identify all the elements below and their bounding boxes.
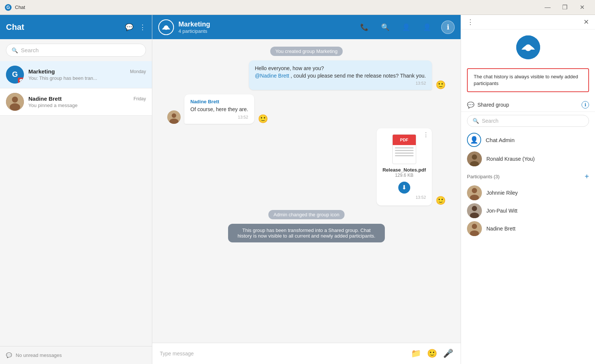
panel-member-nadine-panel: Nadine Brett bbox=[461, 220, 595, 238]
chat-item-content: Marketing Monday You: This group has bee… bbox=[28, 68, 146, 81]
svg-point-11 bbox=[172, 113, 176, 118]
message-bubble-outgoing: Hello everyone, how are you? @Nadine Bre… bbox=[249, 60, 432, 90]
message-input[interactable]: Type message bbox=[160, 348, 406, 360]
add-participant-button[interactable]: + bbox=[585, 172, 589, 181]
minimize-button[interactable]: — bbox=[539, 0, 556, 15]
message-row-outgoing: Hello everyone, how are you? @Nadine Bre… bbox=[167, 60, 446, 90]
search-box[interactable]: 🔍 Search bbox=[6, 44, 146, 57]
info-tooltip: The chat history is always visible to ne… bbox=[467, 68, 589, 92]
folder-icon[interactable]: 📁 bbox=[411, 349, 421, 358]
chat-item-nadine[interactable]: Nadine Brett Friday You pinned a message bbox=[0, 88, 152, 116]
mic-icon[interactable]: 🎤 bbox=[443, 349, 453, 358]
pdf-icon: PDF bbox=[392, 134, 416, 164]
message-time-2: 13:52 bbox=[190, 115, 248, 119]
video-icon[interactable]: 👤 bbox=[399, 21, 413, 34]
shared-group-info-icon[interactable]: ℹ bbox=[582, 101, 589, 109]
svg-point-16 bbox=[472, 154, 477, 160]
jonpaul-avatar bbox=[467, 203, 482, 218]
shared-group-row: 💬 Shared group ℹ bbox=[461, 98, 595, 112]
chat-badge: 💬 bbox=[18, 78, 24, 84]
system-msg-shared: This group has been transformed into a S… bbox=[167, 224, 446, 242]
message-row-incoming: Nadine Brett Of course, here they are. 1… bbox=[167, 94, 446, 124]
admin-label: Chat Admin bbox=[486, 137, 515, 143]
file-name: Release_Notes.pdf bbox=[383, 167, 426, 173]
chat-header-icons: 📞 🔍 👤 👤 ℹ bbox=[358, 21, 455, 34]
chat-header-info: Marketing 4 participants bbox=[178, 21, 353, 34]
panel-more-icon[interactable]: ⋮ bbox=[467, 18, 474, 26]
mention-nadine: @Nadine Brett bbox=[255, 73, 289, 79]
shared-group-icon: 💬 bbox=[467, 101, 474, 109]
pdf-label: PDF bbox=[393, 135, 416, 145]
svg-text:G: G bbox=[6, 5, 10, 10]
messages-container: You created group Marketing Hello everyo… bbox=[152, 39, 461, 343]
close-button[interactable]: ✕ bbox=[573, 0, 591, 15]
panel-close-icon[interactable]: ✕ bbox=[583, 18, 589, 26]
panel-search-icon: 🔍 bbox=[473, 118, 479, 124]
chat-name: Marketing bbox=[178, 21, 353, 28]
nadine-avatar bbox=[6, 93, 24, 111]
search-icon: 🔍 bbox=[12, 47, 18, 53]
panel-logo-area bbox=[461, 29, 595, 62]
pdf-line-4 bbox=[395, 155, 414, 156]
message-input-area: Type message 📁 🙂 🎤 bbox=[152, 343, 461, 364]
message-text-incoming: Of course, here they are. bbox=[190, 106, 248, 113]
restore-button[interactable]: ❐ bbox=[556, 0, 573, 15]
menu-icon[interactable]: ⋮ bbox=[139, 23, 146, 31]
file-bubble: ⋮ PDF Release_Notes.pdf bbox=[377, 128, 432, 205]
emoji-reaction-3[interactable]: 🙂 bbox=[436, 196, 446, 205]
chat-item-header: Marketing Monday bbox=[28, 68, 146, 75]
chat-item-name: Marketing bbox=[28, 68, 55, 75]
titlebar: G Chat — ❐ ✕ bbox=[0, 0, 595, 15]
participants-section: Participants (3) + bbox=[461, 169, 595, 184]
sidebar: Chat 💬 ⋮ 🔍 Search G 💬 bbox=[0, 15, 152, 364]
message-bubble-incoming: Nadine Brett Of course, here they are. 1… bbox=[184, 94, 254, 124]
file-more-icon[interactable]: ⋮ bbox=[423, 131, 429, 138]
file-download: ⬇ bbox=[383, 182, 426, 194]
nadine-time: Friday bbox=[134, 96, 146, 101]
system-msg-created: You created group Marketing bbox=[167, 47, 446, 56]
info-icon[interactable]: ℹ bbox=[441, 21, 455, 34]
search-container: 🔍 Search bbox=[0, 39, 152, 61]
phone-icon[interactable]: 📞 bbox=[358, 21, 371, 34]
sidebar-header: Chat 💬 ⋮ bbox=[0, 15, 152, 39]
panel-logo bbox=[516, 35, 540, 59]
chat-item-content-nadine: Nadine Brett Friday You pinned a message bbox=[28, 95, 146, 108]
pdf-line-2 bbox=[395, 150, 414, 151]
svg-point-6 bbox=[10, 103, 20, 111]
no-messages-icon: 💬 bbox=[6, 352, 12, 358]
sidebar-title: Chat bbox=[6, 22, 125, 32]
marketing-avatar: G 💬 bbox=[6, 66, 24, 84]
emoji-reaction-2[interactable]: 🙂 bbox=[258, 114, 268, 124]
input-icons: 📁 🙂 🎤 bbox=[411, 349, 453, 358]
svg-point-22 bbox=[472, 206, 477, 211]
panel-member-johnnie: Johnnie Riley bbox=[461, 184, 595, 202]
svg-point-19 bbox=[472, 188, 477, 193]
search-input[interactable]: Search bbox=[21, 47, 140, 53]
file-size: 129.6 KB bbox=[383, 173, 426, 178]
panel-search-box[interactable]: 🔍 Search bbox=[467, 115, 589, 127]
chat-area: Marketing 4 participants 📞 🔍 👤 👤 ℹ You c… bbox=[152, 15, 461, 364]
info-tooltip-text: The chat history is always visible to ne… bbox=[474, 73, 582, 87]
shared-group-label: Shared group bbox=[477, 102, 579, 108]
system-msg-icon: Admin changed the group icon bbox=[167, 210, 446, 219]
chat-list: G 💬 Marketing Monday You: This group has… bbox=[0, 61, 152, 346]
johnnie-avatar bbox=[467, 185, 482, 200]
chat-search-icon[interactable]: 🔍 bbox=[379, 21, 392, 34]
panel-search-input[interactable]: Search bbox=[482, 118, 498, 124]
chat-item-time: Monday bbox=[130, 69, 146, 74]
emoji-reaction-1[interactable]: 🙂 bbox=[436, 80, 446, 90]
new-chat-icon[interactable]: 💬 bbox=[125, 23, 133, 31]
emoji-icon[interactable]: 🙂 bbox=[427, 349, 437, 358]
app-icon: G bbox=[4, 4, 12, 11]
chat-header-avatar bbox=[158, 19, 174, 35]
add-participant-icon[interactable]: 👤 bbox=[420, 21, 434, 34]
pdf-line-1 bbox=[395, 147, 414, 148]
chat-item-header-nadine: Nadine Brett Friday bbox=[28, 95, 146, 102]
sidebar-footer: 💬 No unread messages bbox=[0, 346, 152, 364]
chat-item-marketing[interactable]: G 💬 Marketing Monday You: This group has… bbox=[0, 61, 152, 88]
svg-point-5 bbox=[12, 97, 18, 103]
right-panel: ⋮ ✕ The chat history is always visible t… bbox=[461, 15, 595, 364]
nadine-panel-avatar bbox=[467, 221, 482, 236]
message-text-outgoing: Hello everyone, how are you? @Nadine Bre… bbox=[255, 65, 426, 79]
download-button[interactable]: ⬇ bbox=[398, 182, 410, 194]
